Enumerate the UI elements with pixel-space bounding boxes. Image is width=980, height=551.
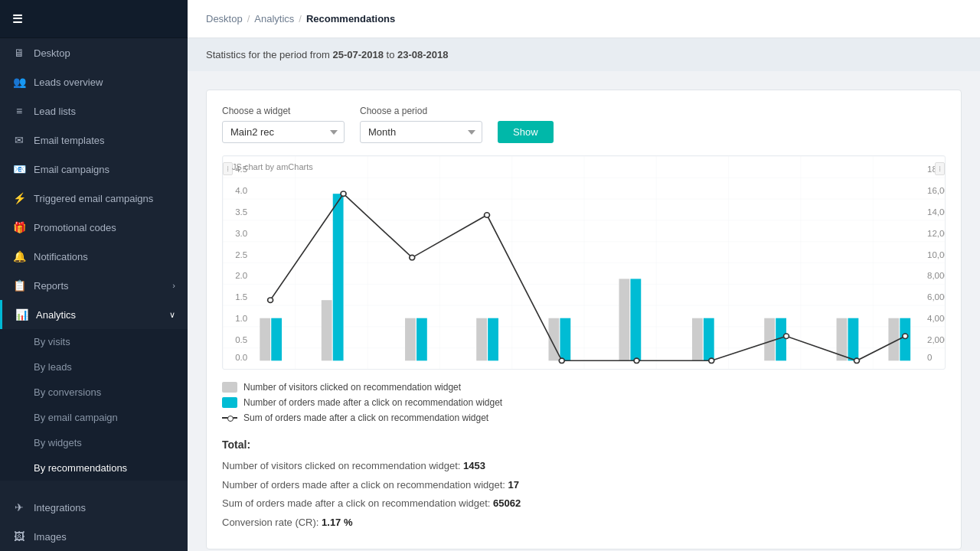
total-row-sum: Sum of orders made after a click on reco… [222, 496, 946, 511]
sidebar-item-integrations[interactable]: ✈ Integrations [0, 493, 188, 522]
triggered-email-icon: ⚡ [12, 192, 26, 204]
submenu-by-leads[interactable]: By leads [0, 354, 188, 380]
total-sum-label: Sum of orders made after a click on reco… [222, 497, 493, 509]
svg-text:6,000: 6,000 [927, 293, 945, 302]
images-icon: 🖼 [12, 530, 26, 543]
widget-panel: Choose a widget Main2 rec Widget 1 Widge… [206, 90, 962, 549]
svg-text:3.5: 3.5 [235, 207, 247, 217]
svg-text:Aug 09: Aug 09 [622, 368, 650, 369]
svg-text:1.0: 1.0 [235, 314, 247, 323]
sidebar-item-promotional-codes[interactable]: 🎁 Promotional codes [0, 213, 188, 242]
svg-point-48 [784, 334, 789, 338]
svg-text:Jul 31: Jul 31 [400, 368, 424, 369]
sidebar-label-images: Images [34, 531, 175, 543]
svg-rect-40 [900, 318, 910, 361]
by-email-campaign-label: By email campaign [34, 412, 118, 423]
total-visitors-label: Number of visitors clicked on recommenda… [222, 460, 463, 471]
svg-text:Aug: Aug [479, 368, 496, 369]
by-visits-label: By visits [34, 336, 70, 347]
desktop-icon: 🖥 [12, 47, 26, 59]
legend-box-orders [222, 397, 237, 408]
svg-text:Aug 12: Aug 12 [697, 368, 725, 369]
breadcrumb-sep-2: / [299, 13, 302, 24]
svg-text:14,000: 14,000 [927, 207, 945, 217]
sidebar-label-email-campaigns: Email campaigns [34, 164, 175, 175]
total-orders-label: Number of orders made after a click on r… [222, 479, 508, 491]
svg-text:1.5: 1.5 [235, 293, 247, 302]
svg-text:Aug 21: Aug 21 [891, 368, 919, 369]
totals-title: Total: [222, 439, 946, 451]
svg-text:0.0: 0.0 [235, 354, 247, 363]
svg-text:4,000: 4,000 [927, 314, 945, 323]
email-templates-icon: ✉ [12, 134, 26, 146]
svg-rect-25 [405, 318, 416, 361]
sidebar-item-email-templates[interactable]: ✉ Email templates [0, 126, 188, 155]
sidebar-item-notifications[interactable]: 🔔 Notifications [0, 242, 188, 271]
period-select[interactable]: Day Week Month Year [360, 121, 482, 143]
svg-text:4.0: 4.0 [235, 187, 247, 196]
legend: Number of visitors clicked on recommenda… [222, 382, 946, 423]
svg-point-43 [410, 255, 415, 259]
total-row-cr: Conversion rate (CR): 1.17 % [222, 515, 946, 530]
svg-text:10,000: 10,000 [927, 250, 945, 259]
by-conversions-label: By conversions [34, 386, 101, 398]
leads-overview-icon: 👥 [12, 76, 26, 88]
sidebar-item-lead-lists[interactable]: ≡ Lead lists [0, 96, 188, 126]
sidebar-logo: ☰ [0, 0, 188, 38]
sidebar-item-images[interactable]: 🖼 Images [0, 522, 188, 551]
legend-label-sum: Sum of orders made after a click on reco… [243, 412, 488, 423]
svg-point-45 [559, 358, 564, 363]
email-campaigns-icon: 📧 [12, 163, 26, 175]
sidebar-item-analytics[interactable]: 📊 Analytics ∨ [0, 300, 188, 329]
svg-text:Aug 18: Aug 18 [843, 368, 871, 369]
submenu-by-widgets[interactable]: By widgets [0, 430, 188, 455]
chart-resize-right-handle[interactable]: ⁞ [935, 162, 945, 175]
notifications-icon: 🔔 [12, 250, 26, 262]
promo-codes-icon: 🎁 [12, 221, 26, 233]
widget-label: Choose a widget [222, 106, 345, 116]
page-content: Choose a widget Main2 rec Widget 1 Widge… [188, 71, 980, 551]
sidebar: ☰ 🖥 Desktop 👥 Leads overview ≡ Lead list… [0, 0, 188, 551]
total-orders-value: 17 [508, 479, 519, 491]
svg-rect-22 [271, 318, 282, 361]
svg-text:2.0: 2.0 [235, 272, 247, 281]
svg-text:3.0: 3.0 [235, 229, 247, 238]
svg-rect-34 [704, 318, 714, 361]
period-control-group: Choose a period Day Week Month Year [360, 106, 482, 143]
sidebar-label-analytics: Analytics [36, 309, 162, 321]
submenu-by-email-campaign[interactable]: By email campaign [0, 405, 188, 430]
sidebar-item-triggered-email[interactable]: ⚡ Triggered email campaigns [0, 184, 188, 213]
svg-text:Aug 06: Aug 06 [548, 368, 576, 369]
svg-point-49 [854, 358, 860, 363]
by-recommendations-label: By recommendations [34, 462, 127, 474]
sidebar-label-leads-overview: Leads overview [34, 77, 175, 88]
sidebar-label-desktop: Desktop [34, 47, 175, 59]
breadcrumb-desktop[interactable]: Desktop [206, 13, 243, 24]
breadcrumb-analytics[interactable]: Analytics [254, 13, 294, 24]
submenu-by-visits[interactable]: By visits [0, 329, 188, 354]
stats-date-from: 25-07-2018 [332, 49, 384, 60]
sidebar-item-reports[interactable]: 📋 Reports › [0, 271, 188, 300]
stats-prefix: Statistics for the period from [206, 49, 332, 60]
stats-to-text: to [384, 49, 397, 60]
breadcrumb-sep-1: / [247, 13, 250, 24]
svg-text:0: 0 [927, 354, 932, 363]
total-cr-value: 1.17 % [322, 517, 352, 528]
show-button[interactable]: Show [498, 121, 554, 143]
svg-rect-21 [260, 318, 270, 361]
sidebar-item-email-campaigns[interactable]: 📧 Email campaigns [0, 155, 188, 184]
legend-orders-after-click: Number of orders made after a click on r… [222, 397, 946, 408]
topbar: Desktop / Analytics / Recommendations [188, 0, 980, 38]
breadcrumb: Desktop / Analytics / Recommendations [206, 13, 395, 24]
sidebar-item-leads-overview[interactable]: 👥 Leads overview [0, 67, 188, 96]
submenu-by-conversions[interactable]: By conversions [0, 380, 188, 405]
widget-control-group: Choose a widget Main2 rec Widget 1 Widge… [222, 106, 345, 143]
sidebar-item-desktop[interactable]: 🖥 Desktop [0, 38, 188, 67]
widget-select[interactable]: Main2 rec Widget 1 Widget 2 [222, 121, 345, 143]
submenu-by-recommendations[interactable]: By recommendations [0, 455, 188, 481]
legend-line-sum [222, 417, 237, 419]
legend-sum-orders: Sum of orders made after a click on reco… [222, 412, 946, 423]
analytics-chevron-icon: ∨ [169, 310, 175, 320]
total-visitors-value: 1453 [463, 460, 485, 471]
svg-text:Aug 15: Aug 15 [773, 368, 800, 369]
